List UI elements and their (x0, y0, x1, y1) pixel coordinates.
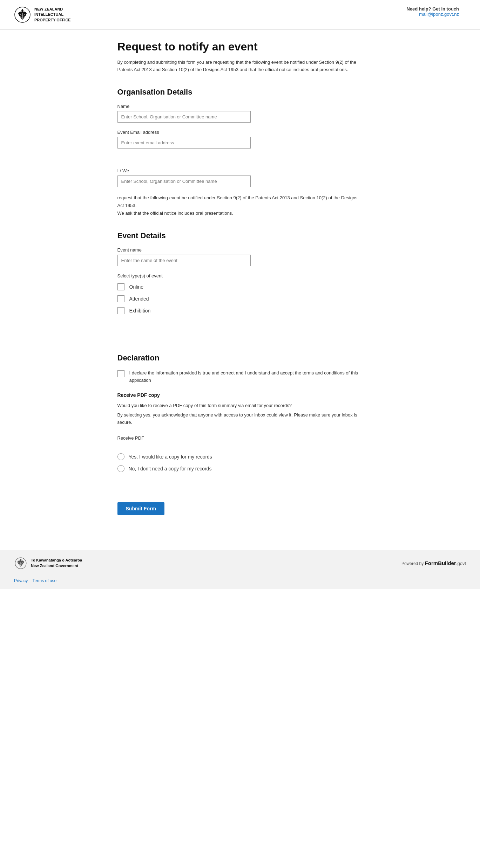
receive-pdf-desc2: By selecting yes, you acknowledge that a… (117, 412, 363, 426)
footer-logo-text: Te Kāwanatanga o Aotearoa New Zealand Go… (31, 558, 82, 569)
receive-pdf-desc1: Would you like to receive a PDF copy of … (117, 402, 363, 409)
email-input[interactable] (117, 137, 251, 149)
powered-by: Powered by FormBuilder.govt (401, 560, 466, 566)
name-label: Name (117, 104, 363, 109)
online-checkbox[interactable] (117, 283, 124, 290)
pdf-no-label: No, I don't need a copy for my records (129, 466, 212, 471)
footer-logo: Te Kāwanatanga o Aotearoa New Zealand Go… (14, 557, 82, 570)
page-intro: By completing and submitting this form y… (117, 59, 363, 74)
i-we-label: I / We (117, 168, 363, 173)
name-field-group: Name (117, 104, 363, 123)
site-header: NEW ZEALAND INTELLECTUAL PROPERTY OFFICE… (0, 0, 480, 30)
receive-pdf-heading: Receive PDF copy (117, 392, 363, 398)
pdf-no-option[interactable]: No, I don't need a copy for my records (117, 465, 363, 472)
email-field-group: Event Email address (117, 130, 363, 149)
footer-fern-icon (14, 557, 27, 570)
logo-text: NEW ZEALAND INTELLECTUAL PROPERTY OFFICE (34, 7, 71, 23)
pdf-yes-label: Yes, I would like a copy for my records (129, 454, 212, 460)
submit-button[interactable]: Submit Form (117, 502, 164, 515)
event-type-attended[interactable]: Attended (117, 295, 363, 302)
event-name-label: Event name (117, 247, 363, 253)
pdf-yes-radio[interactable] (117, 453, 124, 460)
exhibition-checkbox[interactable] (117, 307, 124, 314)
online-label: Online (129, 284, 143, 290)
site-footer: Te Kāwanatanga o Aotearoa New Zealand Go… (0, 550, 480, 589)
organisation-details-section: Organisation Details Name Event Email ad… (117, 88, 363, 217)
logo-area: NEW ZEALAND INTELLECTUAL PROPERTY OFFICE (14, 6, 71, 23)
declaration-section: Declaration I declare the information pr… (117, 353, 363, 515)
header-contact: Need help? Get in touch mail@iponz.govt.… (406, 6, 459, 17)
footer-right: Powered by FormBuilder.govt (401, 560, 466, 566)
footer-links-bar: Privacy Terms of use (0, 576, 480, 589)
exhibition-label: Exhibition (129, 308, 151, 314)
declaration-heading: Declaration (117, 353, 363, 363)
declaration-checkbox[interactable] (117, 370, 124, 377)
main-content: Request to notify an event By completing… (103, 30, 377, 550)
event-name-field-group: Event name (117, 247, 363, 266)
request-text: request that the following event be noti… (117, 194, 363, 217)
privacy-link[interactable]: Privacy (14, 578, 28, 583)
event-name-input[interactable] (117, 255, 251, 266)
pdf-yes-option[interactable]: Yes, I would like a copy for my records (117, 453, 363, 460)
i-we-field-group: I / We (117, 168, 363, 187)
name-input[interactable] (117, 111, 251, 123)
pdf-no-radio[interactable] (117, 465, 124, 472)
i-we-input[interactable] (117, 175, 251, 187)
organisation-heading: Organisation Details (117, 88, 363, 97)
footer-links: Privacy Terms of use (14, 578, 466, 583)
terms-link[interactable]: Terms of use (32, 578, 56, 583)
fern-logo-icon (14, 6, 31, 23)
help-email-link[interactable]: mail@iponz.govt.nz (419, 12, 459, 17)
event-details-heading: Event Details (117, 231, 363, 240)
declaration-checkbox-group[interactable]: I declare the information provided is tr… (117, 370, 363, 384)
attended-checkbox[interactable] (117, 295, 124, 302)
email-label: Event Email address (117, 130, 363, 135)
event-details-section: Event Details Event name Select type(s) … (117, 231, 363, 314)
select-type-label: Select type(s) of event (117, 273, 363, 278)
event-type-exhibition[interactable]: Exhibition (117, 307, 363, 314)
page-title: Request to notify an event (117, 40, 363, 53)
help-label: Need help? Get in touch (406, 6, 459, 12)
attended-label: Attended (129, 296, 149, 302)
declaration-text: I declare the information provided is tr… (129, 370, 363, 384)
event-type-online[interactable]: Online (117, 283, 363, 290)
receive-pdf-label: Receive PDF (117, 435, 363, 441)
